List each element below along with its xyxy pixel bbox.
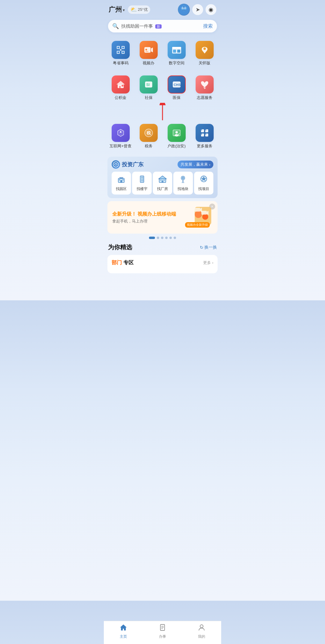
- svg-rect-25: [145, 51, 148, 52]
- app-header: 广州 ▾ ⛅ 25°优 ➤: [104, 0, 221, 18]
- service-label-sb: 社保: [145, 95, 153, 100]
- header-left: 广州 ▾ ⛅ 25°优: [109, 5, 150, 14]
- svg-point-33: [122, 85, 123, 87]
- service-item-care[interactable]: 关怀版: [191, 38, 218, 69]
- service-item-sb[interactable]: SI 社保: [135, 72, 162, 103]
- service-label-hulian: 互联网+督查: [110, 143, 132, 149]
- svg-point-92: [195, 211, 202, 218]
- svg-marker-23: [151, 48, 153, 52]
- service-item-gjj[interactable]: 公积金: [107, 72, 134, 103]
- svg-rect-74: [141, 180, 142, 181]
- promo-subtitle: 拿起手机，马上办理: [112, 219, 176, 224]
- promo-tag: 视频办全新升级: [185, 222, 210, 228]
- dot-3: [161, 237, 163, 239]
- svg-marker-78: [159, 176, 166, 179]
- svg-rect-7: [181, 7, 182, 9]
- svg-rect-21: [144, 47, 150, 53]
- svg-rect-28: [173, 50, 176, 53]
- dept-title: 部门 专区: [112, 259, 134, 266]
- foryou-section-header: 为你精选 ↻ 换一换: [104, 241, 221, 253]
- avatar-icon: [178, 4, 189, 15]
- city-selector[interactable]: 广州 ▾: [109, 5, 125, 14]
- svg-rect-29: [177, 50, 180, 53]
- invest-icon-xiangmu: [200, 175, 208, 185]
- red-arrow-icon: [150, 103, 175, 121]
- svg-rect-9: [183, 11, 185, 13]
- svg-point-87: [181, 182, 184, 183]
- svg-marker-32: [116, 81, 125, 84]
- svg-rect-17: [122, 47, 124, 48]
- svg-point-10: [183, 6, 184, 8]
- weather-icon: ⛅: [130, 6, 137, 13]
- svg-text:税: 税: [146, 130, 151, 135]
- svg-point-5: [185, 8, 185, 8]
- service-label-video: 视频办: [143, 60, 154, 66]
- svg-point-50: [175, 131, 178, 133]
- service-icon-hulian: [112, 124, 130, 142]
- service-item-yb[interactable]: CHS 医保: [163, 72, 190, 103]
- service-item-video[interactable]: 视频办: [135, 38, 162, 69]
- invest-slogan[interactable]: 共发展，赢未来 ›: [178, 161, 213, 168]
- refresh-icon: ↻: [200, 245, 203, 250]
- invest-logo-icon: [112, 160, 120, 169]
- svg-point-24: [145, 49, 147, 51]
- weather-text: 25°优: [138, 7, 148, 12]
- search-bar[interactable]: 🔍 扶残助困一件事 新 搜索: [108, 20, 217, 32]
- invest-label-yuanqu: 找园区: [116, 186, 127, 192]
- dot-6: [174, 237, 176, 239]
- foryou-refresh-button[interactable]: ↻ 换一换: [200, 245, 217, 250]
- avatar-button[interactable]: [178, 4, 190, 16]
- location-icon: ➤: [196, 6, 200, 13]
- location-button[interactable]: ➤: [192, 4, 203, 15]
- service-item-hulian[interactable]: 互联网+督查: [107, 121, 134, 152]
- svg-rect-8: [186, 7, 187, 9]
- invest-item-yuanqu[interactable]: 找园区: [112, 172, 131, 195]
- service-label-care: 关怀版: [199, 60, 210, 66]
- svg-rect-82: [164, 180, 165, 181]
- invest-icon-dikuai: [179, 175, 187, 185]
- service-label-digital: 数字空间: [169, 60, 184, 66]
- promo-text: 全新升级！ 视频办上线移动端 拿起手机，马上办理: [112, 211, 176, 224]
- dept-more-button[interactable]: 更多 ›: [203, 260, 213, 265]
- invest-title-text: 投资广东: [122, 161, 144, 168]
- invest-item-louyu[interactable]: 找楼宇: [132, 172, 151, 195]
- service-item-zhiyuan[interactable]: 志愿服务: [191, 72, 218, 103]
- svg-rect-18: [117, 51, 119, 53]
- invest-label-xiangmu: 找项目: [198, 186, 209, 192]
- invest-item-dikuai[interactable]: 找地块: [173, 172, 193, 195]
- department-section: 部门 专区 更多 ›: [107, 255, 218, 273]
- dept-section-header: 部门 专区 更多 ›: [112, 259, 213, 266]
- svg-point-20: [120, 49, 122, 51]
- service-item-yuesheng[interactable]: 粤省事码: [107, 38, 134, 69]
- promo-banner[interactable]: 全新升级！ 视频办上线移动端 拿起手机，马上办理 × 视频办全新升级: [107, 201, 218, 234]
- svg-rect-80: [162, 180, 163, 182]
- svg-point-4: [182, 8, 183, 8]
- dot-1: [149, 237, 155, 239]
- search-button[interactable]: 搜索: [203, 23, 213, 29]
- invest-items: 找园区 找楼宇: [112, 172, 213, 195]
- weather-badge: ⛅ 25°优: [128, 5, 150, 14]
- invest-item-changfang[interactable]: 找厂房: [153, 172, 172, 195]
- service-item-more[interactable]: 更多服务: [191, 121, 218, 152]
- service-icon-gjj: [112, 75, 130, 94]
- search-new-badge: 新: [155, 24, 162, 29]
- service-grid-row3: 互联网+督查 税 税务 户政(治安): [104, 120, 221, 154]
- camera-button[interactable]: ◉: [206, 4, 216, 15]
- service-icon-video: [140, 41, 158, 59]
- service-item-huzheng[interactable]: 户政(治安): [163, 121, 190, 152]
- svg-rect-16: [117, 47, 119, 48]
- invest-banner[interactable]: 投资广东 共发展，赢未来 › 找园区: [107, 157, 218, 198]
- service-label-yuesheng: 粤省事码: [113, 60, 128, 66]
- promo-illustration: 视频办全新升级: [177, 205, 213, 229]
- invest-item-xiangmu[interactable]: 找项目: [194, 172, 213, 195]
- svg-point-57: [201, 130, 202, 130]
- service-icon-more: [196, 124, 214, 142]
- svg-rect-81: [160, 180, 161, 181]
- svg-point-58: [205, 130, 206, 130]
- svg-point-40: [204, 88, 205, 89]
- search-input[interactable]: 扶残助困一件事 新: [121, 23, 201, 29]
- service-item-digital[interactable]: 数字空间: [163, 38, 190, 69]
- svg-rect-66: [119, 179, 120, 180]
- service-item-tax[interactable]: 税 税务: [135, 121, 162, 152]
- svg-point-30: [203, 48, 206, 50]
